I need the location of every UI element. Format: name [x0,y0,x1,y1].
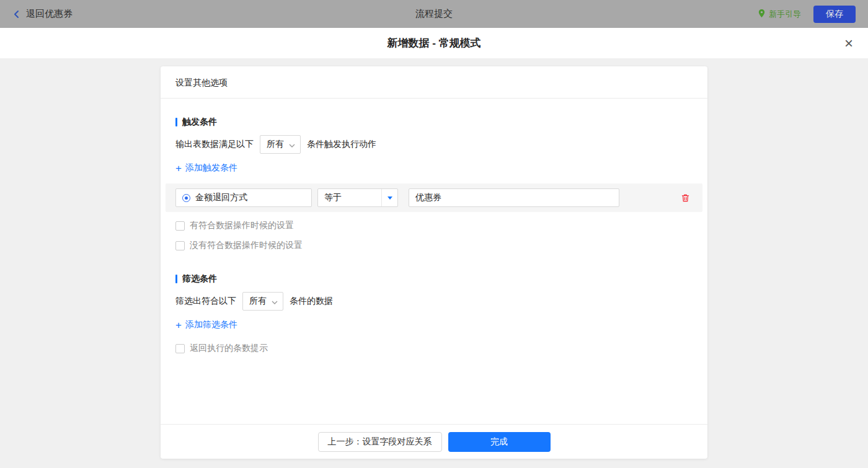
close-icon[interactable]: × [844,36,853,51]
plus-icon: + [175,163,182,174]
count-tip-checkbox[interactable] [175,344,185,353]
caret-down-icon [388,196,392,200]
prev-step-button[interactable]: 上一步：设置字段对应关系 [318,432,442,452]
condition-field-select[interactable]: 金额退回方式 [175,188,312,207]
condition-operator-value: 等于 [318,192,381,203]
trigger-match-select-value: 所有 [267,139,284,150]
count-tip-row: 返回执行的条数提示 [175,343,693,354]
condition-field-value: 金额退回方式 [195,192,247,203]
no-match-setting-row: 没有符合数据操作时候的设置 [175,240,693,251]
operator-caret-box[interactable] [381,189,397,206]
location-pin-icon [758,9,766,20]
add-trigger-condition-label: 添加触发条件 [185,162,237,174]
section-accent-bar [175,275,177,283]
page-title: 流程提交 [415,8,453,20]
modal-title: 新增数据 - 常规模式 [387,36,480,50]
condition-value-input[interactable] [409,188,619,207]
topbar: 退回优惠券 流程提交 新手引导 保存 [0,0,868,28]
radio-field-icon [182,194,190,202]
count-tip-label: 返回执行的条数提示 [190,343,268,354]
section-accent-bar [175,118,177,126]
save-button[interactable]: 保存 [813,6,856,23]
trigger-suffix-text: 条件触发执行动作 [307,139,376,150]
no-match-label: 没有符合数据操作时候的设置 [190,240,303,251]
options-card: 设置其他选项 触发条件 输出表数据满足以下 所有 条件触发执行动作 + 添 [161,66,707,459]
card-content: 触发条件 输出表数据满足以下 所有 条件触发执行动作 + 添加触发条件 [161,99,707,424]
filter-suffix-text: 条件的数据 [290,296,333,307]
topbar-actions: 新手引导 保存 [758,6,856,23]
chevron-left-icon[interactable] [12,10,21,19]
filter-section-label: 筛选条件 [182,273,217,285]
chevron-down-icon [272,296,278,306]
beginner-guide-link[interactable]: 新手引导 [758,9,801,20]
card-footer: 上一步：设置字段对应关系 完成 [161,424,707,459]
card-header-title: 设置其他选项 [161,66,707,99]
add-trigger-condition-link[interactable]: + 添加触发条件 [175,162,237,174]
add-filter-condition-label: 添加筛选条件 [185,319,237,330]
trigger-prefix-text: 输出表数据满足以下 [175,139,254,150]
guide-label: 新手引导 [769,9,801,20]
filter-match-select-value: 所有 [249,296,267,307]
condition-operator-select[interactable]: 等于 [317,188,398,207]
back-label[interactable]: 退回优惠券 [26,8,73,20]
filter-match-row: 筛选出符合以下 所有 条件的数据 [175,292,693,311]
trigger-condition-row: 金额退回方式 等于 [166,183,702,212]
trigger-match-row: 输出表数据满足以下 所有 条件触发执行动作 [175,135,693,154]
delete-condition-icon[interactable] [681,193,690,203]
trigger-section-label: 触发条件 [182,117,217,128]
plus-icon: + [175,320,182,330]
filter-prefix-text: 筛选出符合以下 [175,296,236,307]
modal-header: 新增数据 - 常规模式 × [0,28,868,58]
trigger-section-title: 触发条件 [175,117,693,128]
has-match-label: 有符合数据操作时候的设置 [190,220,294,231]
has-match-setting-row: 有符合数据操作时候的设置 [175,220,693,231]
done-button[interactable]: 完成 [448,432,551,452]
has-match-checkbox[interactable] [175,221,185,231]
back-nav[interactable]: 退回优惠券 [12,8,73,20]
add-filter-condition-link[interactable]: + 添加筛选条件 [175,319,237,330]
filter-section-title: 筛选条件 [175,273,693,285]
filter-match-select[interactable]: 所有 [242,292,283,311]
trigger-match-select[interactable]: 所有 [260,135,301,154]
no-match-checkbox[interactable] [175,241,185,250]
chevron-down-icon [289,139,295,149]
modal-body: 设置其他选项 触发条件 输出表数据满足以下 所有 条件触发执行动作 + 添 [0,66,868,468]
